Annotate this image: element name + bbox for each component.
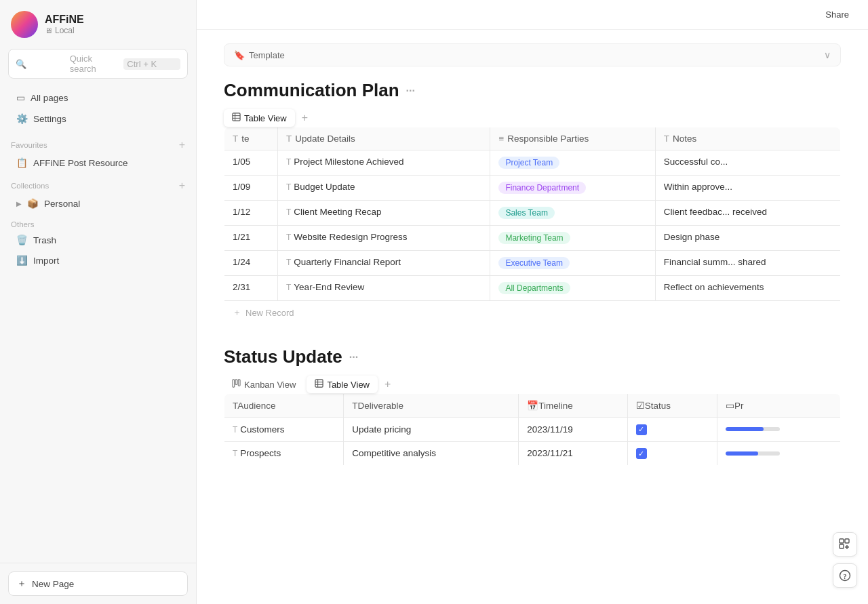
cell-responsible-party: Sales Team (490, 201, 655, 226)
topbar: Share (197, 0, 868, 30)
progress-bar (726, 427, 780, 431)
new-page-label: New Page (32, 579, 74, 589)
table-header-row: Tte TUpdate Details ≡Responsible Parties… (224, 127, 841, 150)
help-icon[interactable]: ? (833, 563, 857, 588)
doc-icon: 📋 (16, 157, 28, 168)
bottom-right-icons: ? (833, 532, 857, 588)
communication-plan-section: Communication Plan ··· Table View (224, 80, 841, 325)
status-update-section: Status Update ··· Kanban View (224, 346, 841, 466)
cell-notes: Financial summ... shared (655, 251, 840, 276)
status-table-row[interactable]: TProspects Competitive analysis 2023/11/… (224, 441, 841, 466)
search-shortcut: Ctrl + K (123, 58, 180, 70)
col-date: Tte (224, 127, 278, 150)
table-view-tab2[interactable]: Table View (307, 376, 378, 393)
col-status: ☑Status (627, 394, 717, 418)
table-row[interactable]: 1/05 TProject Milestone Achieved Project… (224, 150, 841, 176)
svg-text:?: ? (844, 573, 847, 580)
new-page-button[interactable]: ＋ New Page (8, 571, 188, 596)
import-icon: ⬇️ (16, 255, 28, 266)
cell-status: ✓ (627, 418, 717, 442)
cell-update-details: TWebsite Redesign Progress (278, 226, 490, 251)
col-notes: TNotes (655, 127, 840, 150)
col-update-details: TUpdate Details (278, 127, 490, 150)
add-collection-btn[interactable]: + (179, 180, 185, 192)
status-update-table: TAudience TDeliverable 📅Timeline ☑Status… (224, 393, 841, 466)
table-row[interactable]: 1/09 TBudget Update Finance Department W… (224, 176, 841, 201)
table-row[interactable]: 1/12 TClient Meeting Recap Sales Team Cl… (224, 201, 841, 226)
sidebar-item-affine-post[interactable]: 📋 AFFiNE Post Resource (5, 153, 191, 172)
app-name: AFFiNE (45, 14, 84, 26)
table-icon (232, 113, 241, 123)
cell-progress (717, 418, 840, 442)
add-view-button[interactable]: + (298, 110, 312, 125)
cell-audience: TCustomers (224, 418, 344, 442)
trash-icon: 🗑️ (16, 235, 28, 245)
sidebar-item-label: AFFiNE Post Resource (33, 158, 128, 168)
collection-icon: 📦 (27, 198, 39, 209)
new-record-row[interactable]: ＋ New Record (224, 301, 841, 325)
table-row[interactable]: 1/21 TWebsite Redesign Progress Marketin… (224, 226, 841, 251)
collections-section: Collections + (0, 173, 196, 193)
table-view-tab[interactable]: Table View (224, 109, 295, 127)
caret-icon: ▶ (16, 200, 22, 207)
search-placeholder: Quick search (70, 54, 120, 74)
table-row[interactable]: 2/31 TYear-End Review All Departments Re… (224, 276, 841, 301)
cell-notes: Successful co... (655, 150, 840, 176)
sidebar-item-personal[interactable]: ▶ 📦 Personal (5, 194, 191, 213)
kanban-view-tab[interactable]: Kanban View (224, 376, 304, 393)
status-update-menu[interactable]: ··· (349, 351, 358, 363)
cell-update-details: TYear-End Review (278, 276, 490, 301)
cell-update-details: TBudget Update (278, 176, 490, 201)
communication-plan-menu[interactable]: ··· (406, 85, 415, 97)
cell-date: 1/12 (224, 201, 278, 226)
template-bar[interactable]: 🔖 Template ∨ (224, 43, 841, 66)
cell-update-details: TQuarterly Financial Report (278, 251, 490, 276)
sidebar-item-import[interactable]: ⬇️ Import (5, 251, 191, 270)
sidebar-item-trash[interactable]: 🗑️ Trash (5, 230, 191, 249)
status-update-view-tabs: Kanban View Table View + (224, 376, 841, 393)
cell-status: ✓ (627, 441, 717, 466)
cell-notes: Reflect on achievements (655, 276, 840, 301)
sidebar-item-all-pages[interactable]: ▭ All pages (5, 87, 191, 108)
cell-responsible-party: All Departments (490, 276, 655, 301)
cell-timeline: 2023/11/21 (519, 441, 628, 466)
cell-date: 1/09 (224, 176, 278, 201)
share-button[interactable]: Share (820, 7, 854, 22)
svg-rect-7 (315, 380, 323, 387)
cell-responsible-party: Marketing Team (490, 226, 655, 251)
kanban-view-label: Kanban View (244, 380, 296, 390)
search-bar[interactable]: 🔍 Quick search Ctrl + K (8, 49, 188, 79)
sidebar-item-label: All pages (31, 93, 68, 103)
table-icon2 (315, 379, 323, 390)
svg-rect-13 (840, 544, 844, 548)
sidebar-item-settings[interactable]: ⚙️ Settings (5, 108, 191, 129)
status-checkbox[interactable]: ✓ (636, 448, 647, 459)
cell-update-details: TProject Milestone Achieved (278, 150, 490, 176)
svg-rect-12 (845, 539, 849, 543)
template-icon: 🔖 (234, 50, 245, 60)
table-view-label2: Table View (327, 380, 370, 390)
col-audience: TAudience (224, 394, 344, 418)
svg-rect-6 (238, 380, 240, 386)
cell-date: 1/05 (224, 150, 278, 176)
add-view-button2[interactable]: + (380, 377, 395, 392)
sidebar: AFFiNE 🖥 Local 🔍 Quick search Ctrl + K ▭… (0, 0, 197, 604)
favourites-section: Favourites + (0, 132, 196, 153)
sidebar-header: AFFiNE 🖥 Local (0, 0, 196, 43)
cell-progress (717, 441, 840, 466)
table-row[interactable]: 1/24 TQuarterly Financial Report Executi… (224, 251, 841, 276)
cell-responsible-party: Finance Department (490, 176, 655, 201)
template-chevron-icon[interactable]: ∨ (824, 49, 831, 60)
svg-rect-4 (233, 380, 235, 387)
status-checkbox[interactable]: ✓ (636, 424, 647, 435)
cell-notes: Design phase (655, 226, 840, 251)
cell-notes: Within approve... (655, 176, 840, 201)
add-favourite-btn[interactable]: + (179, 139, 185, 151)
grid-add-icon[interactable] (833, 532, 857, 557)
sidebar-nav: ▭ All pages ⚙️ Settings (0, 84, 196, 132)
status-update-title: Status Update ··· (224, 346, 841, 367)
status-table-row[interactable]: TCustomers Update pricing 2023/11/19 ✓ (224, 418, 841, 442)
template-label: Template (249, 50, 285, 60)
sidebar-item-label: Settings (33, 114, 66, 124)
cell-timeline: 2023/11/19 (519, 418, 628, 442)
